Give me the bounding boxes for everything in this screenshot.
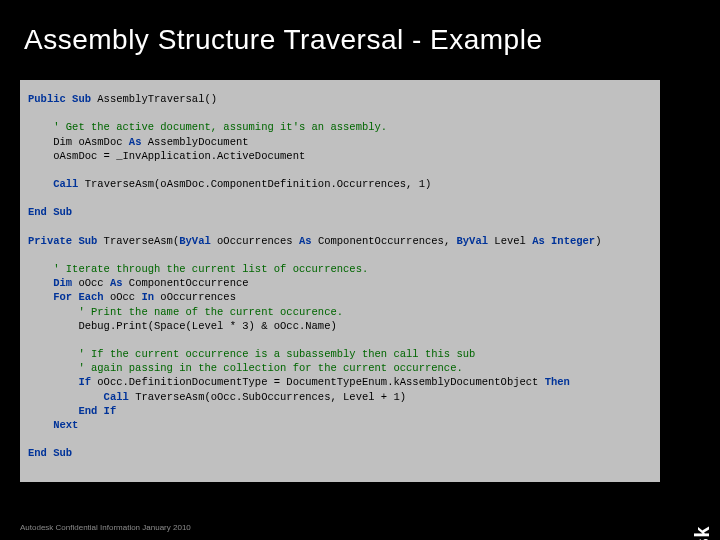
code: TraverseAsm( bbox=[97, 235, 179, 247]
code-comment: ' Iterate through the current list of oc… bbox=[28, 263, 368, 275]
code: As bbox=[299, 235, 312, 247]
code: ) bbox=[595, 235, 601, 247]
code: ComponentOccurrences, bbox=[312, 235, 457, 247]
code: oOcc bbox=[72, 277, 110, 289]
code: oAsmDoc = _InvApplication.ActiveDocument bbox=[28, 150, 305, 162]
page-number bbox=[360, 525, 362, 532]
code: oOcc bbox=[104, 291, 142, 303]
code: Debug.Print(Space(Level * 3) & oOcc.Name… bbox=[28, 320, 337, 332]
code: oOccurrences bbox=[211, 235, 299, 247]
code-block: Public Sub AssemblyTraversal() ' Get the… bbox=[20, 80, 660, 482]
code: Public Sub bbox=[28, 93, 91, 105]
code: TraverseAsm(oAsmDoc.ComponentDefinition.… bbox=[78, 178, 431, 190]
code: AssemblyTraversal() bbox=[91, 93, 217, 105]
code: As bbox=[129, 136, 142, 148]
code: Call bbox=[28, 178, 78, 190]
code: Level bbox=[488, 235, 532, 247]
code: TraverseAsm(oOcc.SubOccurrences, Level +… bbox=[129, 391, 406, 403]
code: ByVal bbox=[457, 235, 489, 247]
code: ByVal bbox=[179, 235, 211, 247]
code: End Sub bbox=[28, 206, 72, 218]
code: As Integer bbox=[532, 235, 595, 247]
brand-sidebar: Autodesk bbox=[691, 526, 714, 540]
code-comment: ' Print the name of the current occurenc… bbox=[28, 306, 343, 318]
code: Private Sub bbox=[28, 235, 97, 247]
code: oOcc.DefinitionDocumentType = DocumentTy… bbox=[91, 376, 545, 388]
page-title: Assembly Structure Traversal - Example bbox=[24, 24, 543, 56]
code-comment: ' If the current occurrence is a subasse… bbox=[28, 348, 475, 360]
footer-text: Autodesk Confidential Information Januar… bbox=[20, 523, 191, 532]
code: End If bbox=[28, 405, 116, 417]
code: End Sub bbox=[28, 447, 72, 459]
code: oOccurrences bbox=[154, 291, 236, 303]
code: ComponentOccurrence bbox=[123, 277, 249, 289]
code: AssemblyDocument bbox=[141, 136, 248, 148]
code: Then bbox=[545, 376, 570, 388]
code: Call bbox=[28, 391, 129, 403]
code: Next bbox=[28, 419, 78, 431]
code-comment: ' again passing in the collection for th… bbox=[28, 362, 463, 374]
slide: Assembly Structure Traversal - Example P… bbox=[0, 0, 720, 540]
code-comment: ' Get the active document, assuming it's… bbox=[28, 121, 387, 133]
code: If bbox=[28, 376, 91, 388]
code: For Each bbox=[28, 291, 104, 303]
code: As bbox=[110, 277, 123, 289]
code: Dim oAsmDoc bbox=[28, 136, 129, 148]
code: Dim bbox=[28, 277, 72, 289]
code: In bbox=[141, 291, 154, 303]
